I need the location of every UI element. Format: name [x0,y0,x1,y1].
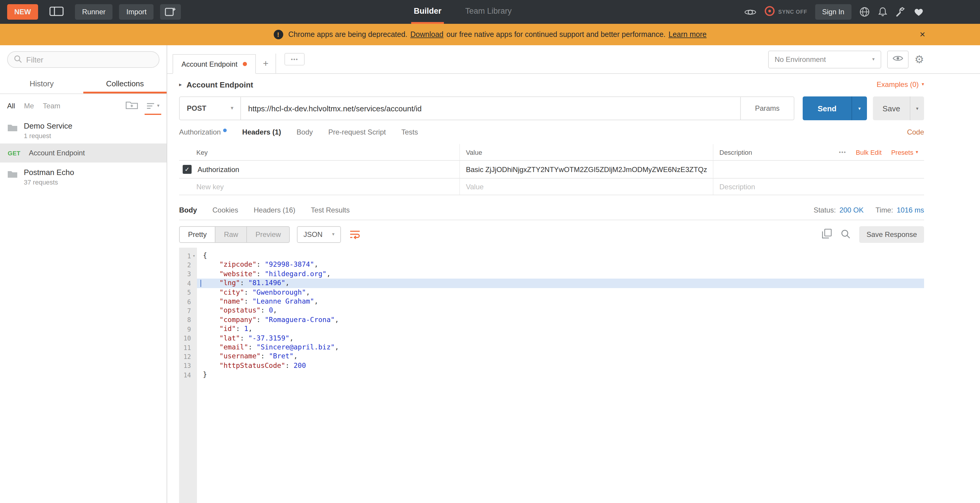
sort-dropdown[interactable]: ▾ [146,102,159,109]
code-line[interactable]: "httpStatusCode": 200 [197,361,924,370]
code-link[interactable]: Code [907,128,924,136]
tab-history[interactable]: History [0,74,83,94]
code-line[interactable]: } [197,370,924,379]
scope-all[interactable]: All [7,102,15,110]
tab-response-cookies[interactable]: Cookies [212,206,238,214]
code-line[interactable]: { [197,251,924,260]
tab-body[interactable]: Body [297,128,313,136]
globe-icon[interactable] [859,6,870,17]
import-button[interactable]: Import [119,4,154,20]
examples-dropdown[interactable]: Examples (0) ▾ [877,80,924,89]
request-tab-strip: Account Endpoint + ••• No Environment ▾ [167,45,980,74]
tab-collections[interactable]: Collections [83,74,167,94]
code-line[interactable]: "id": 1, [197,325,924,334]
tab-authorization[interactable]: Authorization [179,128,227,136]
tab-headers[interactable]: Headers (1) [242,128,281,136]
chevron-down-icon: ▾ [872,57,875,62]
code-line[interactable]: "name": "Leanne Graham", [197,297,924,306]
new-key-field[interactable]: New key [179,178,460,195]
wrench-settings-icon[interactable] [896,7,905,17]
banner-close-icon[interactable]: × [920,30,925,39]
settings-gear-icon[interactable]: ⚙ [915,54,924,65]
chevron-down-icon: ▾ [922,82,924,87]
send-options-button[interactable]: ▾ [851,96,867,120]
response-toolbar: Pretty Raw Preview JSON ▾ [179,226,924,243]
heart-favorites-icon[interactable] [913,7,924,17]
scope-me[interactable]: Me [24,102,34,110]
code-line[interactable]: "lng": "81.1496", [197,279,924,288]
save-options-button[interactable]: ▾ [910,96,924,120]
request-header-row: ▸ Account Endpoint Examples (0) ▾ [167,74,980,95]
sync-off-label: SYNC OFF [778,9,807,15]
request-account-endpoint[interactable]: GET Account Endpoint [0,143,167,162]
code-line[interactable]: "lat": "-37.3159", [197,334,924,343]
scope-team[interactable]: Team [43,102,60,110]
header-enabled-checkbox[interactable]: ✓ [183,165,192,174]
environment-selector[interactable]: No Environment ▾ [768,50,881,68]
code-line[interactable]: "company": "Romaguera-Crona", [197,315,924,325]
tab-builder[interactable]: Builder [412,0,444,24]
tab-response-body[interactable]: Body [179,206,197,214]
sidebar-toggle-button[interactable] [45,4,68,20]
new-window-button[interactable] [161,4,181,20]
tab-team-library[interactable]: Team Library [463,0,514,24]
header-key[interactable]: Authorization [197,165,239,174]
collection-postman-echo[interactable]: Postman Echo 37 requests [0,162,167,190]
environment-preview-button[interactable] [887,50,908,68]
tab-prerequest-script[interactable]: Pre-request Script [328,128,386,136]
request-tab[interactable]: Account Endpoint [173,54,256,74]
folder-icon [7,168,18,186]
download-link[interactable]: Download [410,30,443,39]
presets-dropdown[interactable]: Presets ▾ [891,148,918,156]
new-value-field[interactable]: Value [460,178,713,195]
sync-status[interactable]: SYNC OFF [764,5,807,18]
runner-button[interactable]: Runner [75,4,113,20]
wrap-text-icon[interactable] [349,230,361,239]
code-line[interactable]: "email": "Sincere@april.biz", [197,343,924,352]
search-icon[interactable] [841,229,851,240]
response-body-code[interactable]: { "zipcode": "92998-3874", "website": "h… [197,248,924,503]
save-button[interactable]: Save [873,96,910,120]
code-line[interactable]: "city": "Gwenborough", [197,288,924,297]
bulk-edit-link[interactable]: Bulk Edit [856,148,882,156]
code-line[interactable]: "username": "Bret", [197,352,924,361]
new-folder-icon[interactable] [126,100,138,111]
collection-demo-service[interactable]: Demo Service 1 request [0,116,167,143]
response-section-tabs: Body Cookies Headers (16) Test Results S… [179,200,924,220]
interceptor-icon[interactable] [745,7,756,17]
view-raw-button[interactable]: Raw [216,226,247,243]
authorization-set-dot [223,129,227,132]
save-response-button[interactable]: Save Response [859,226,924,243]
params-button[interactable]: Params [741,96,794,120]
new-button[interactable]: NEW [7,4,38,20]
tab-response-headers[interactable]: Headers (16) [254,206,296,214]
time-label: Time: [876,206,893,214]
header-value[interactable]: Basic ZjJjODhiNjgxZTY2NTYwOTM2ZGI5ZDljM2… [466,165,707,174]
code-line[interactable]: "website": "hildegard.org", [197,270,924,279]
filter-input[interactable] [26,55,153,64]
sign-in-button[interactable]: Sign In [815,4,851,20]
view-pretty-button[interactable]: Pretty [179,226,216,243]
code-line[interactable]: "opstatus": 0, [197,306,924,315]
learn-more-link[interactable]: Learn more [668,30,706,39]
collapse-arrow-icon[interactable]: ▸ [179,81,182,88]
url-input[interactable] [241,96,741,120]
code-line[interactable]: "zipcode": "92998-3874", [197,260,924,270]
status-value: 200 OK [839,206,863,214]
new-tab-button[interactable]: + [256,54,276,73]
tab-test-results[interactable]: Test Results [311,206,350,214]
collection-request-count: 37 requests [24,178,74,186]
new-description-field[interactable]: Description [713,178,924,195]
environment-value: No Environment [775,55,826,64]
send-button[interactable]: Send [803,96,851,120]
copy-icon[interactable] [822,229,832,240]
method-selector[interactable]: POST ▾ [179,96,241,120]
notifications-bell-icon[interactable] [878,6,888,17]
response-meta: Status: 200 OK Time: 1016 ms [814,206,924,214]
more-options-icon[interactable]: ••• [839,149,846,155]
view-preview-button[interactable]: Preview [247,226,290,243]
tab-options-button[interactable]: ••• [285,53,305,65]
chevron-down-icon: ▾ [332,232,334,237]
format-selector[interactable]: JSON ▾ [297,226,341,243]
tab-tests[interactable]: Tests [401,128,418,136]
